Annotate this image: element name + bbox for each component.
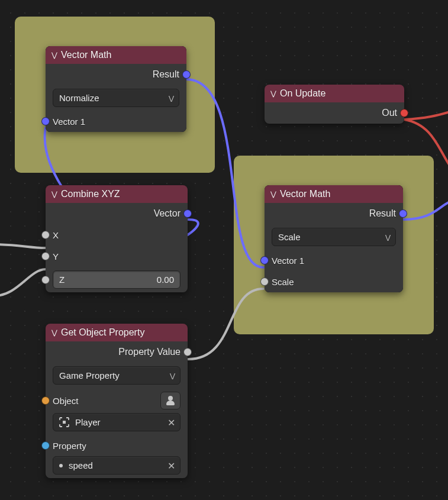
node-header[interactable]: ⋁ On Update [265,85,404,102]
dot-icon [59,464,63,467]
input-y-label: Y [53,251,59,262]
node-vector-math-2[interactable]: ⋁ Vector Math Result Scale ⋁ Vector 1 Sc… [265,185,403,292]
property-field[interactable]: speed ✕ [53,456,181,475]
target-icon [59,417,69,427]
socket-z[interactable] [41,276,50,284]
z-field[interactable]: Z 0.00 [53,270,181,289]
select-value: Normalize [59,93,99,103]
node-on-update[interactable]: ⋁ On Update Out [265,85,404,124]
chevron-down-icon: ⋁ [270,89,276,98]
socket-property-value[interactable] [183,348,192,356]
output-label: Vector [154,208,181,219]
z-value: 0.00 [157,275,174,285]
socket-scale[interactable] [260,278,269,286]
node-combine-xyz[interactable]: ⋁ Combine XYZ Vector X Y Z 0.00 [46,185,188,292]
z-label: Z [59,275,65,285]
chevron-down-icon: ⋁ [270,190,276,198]
select-value: Scale [278,232,301,242]
socket-property[interactable] [41,441,50,450]
node-header[interactable]: ⋁ Vector Math [46,46,186,64]
operation-select[interactable]: Normalize ⋁ [53,89,179,107]
operation-select[interactable]: Scale ⋁ [272,228,396,246]
property-label: Property [53,441,86,451]
node-vector-math-1[interactable]: ⋁ Vector Math Result Normalize ⋁ Vector … [46,46,186,132]
input-label: Vector 1 [53,117,85,127]
socket-vector[interactable] [183,209,192,218]
output-label: Property Value [118,347,181,357]
node-title: Combine XYZ [61,189,120,199]
socket-y[interactable] [41,252,50,260]
output-label: Result [153,69,179,80]
socket-x[interactable] [41,231,50,239]
svg-rect-0 [63,421,66,424]
node-get-object-property[interactable]: ⋁ Get Object Property Property Value Gam… [46,324,188,478]
socket-vector1[interactable] [41,117,50,125]
object-value: Player [75,417,101,427]
chevron-down-icon: ⋁ [51,328,57,337]
select-value: Game Property [59,370,120,380]
object-icon [59,417,69,427]
node-header[interactable]: ⋁ Get Object Property [46,324,188,341]
object-field[interactable]: Player ✕ [53,413,181,431]
mode-select[interactable]: Game Property ⋁ [53,366,181,385]
clear-button[interactable]: ✕ [167,460,175,471]
input-x-label: X [53,230,59,240]
node-title: Get Object Property [61,327,144,338]
property-value: speed [69,460,93,470]
input-label: Scale [272,277,294,287]
node-title: Vector Math [61,50,111,60]
chevron-down-icon: ⋁ [169,94,174,102]
socket-out[interactable] [400,109,408,117]
chevron-down-icon: ⋁ [51,51,57,59]
socket-vector1[interactable] [260,256,269,264]
node-header[interactable]: ⋁ Combine XYZ [46,185,188,203]
socket-result[interactable] [182,70,191,79]
node-header[interactable]: ⋁ Vector Math [265,185,403,203]
input-label: Vector 1 [272,256,304,266]
clear-button[interactable]: ✕ [167,417,175,428]
user-icon [166,396,175,405]
chevron-down-icon: ⋁ [51,190,57,198]
socket-result[interactable] [399,209,407,218]
use-active-object-button[interactable] [160,392,181,409]
node-title: Vector Math [280,189,330,199]
chevron-down-icon: ⋁ [170,372,175,379]
socket-object[interactable] [41,396,50,405]
output-label: Result [369,208,396,219]
object-label: Object [53,396,78,406]
output-label: Out [382,108,397,118]
node-title: On Update [280,88,325,99]
chevron-down-icon: ⋁ [385,233,391,241]
